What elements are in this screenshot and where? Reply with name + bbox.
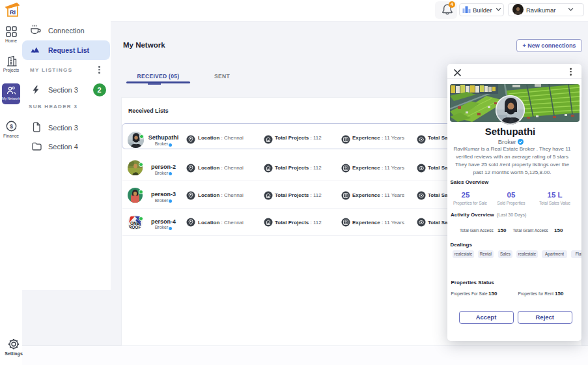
svg-text:$: $ xyxy=(10,123,13,130)
svg-text:ROOF: ROOF xyxy=(129,225,141,229)
svg-text:RI: RI xyxy=(10,9,16,16)
